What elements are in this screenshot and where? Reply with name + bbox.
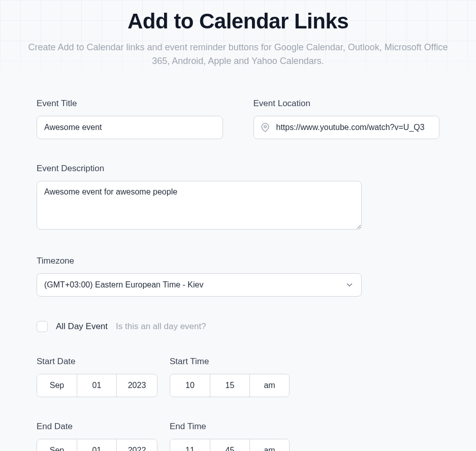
end-time-label: End Time xyxy=(170,422,290,432)
start-time-ampm[interactable]: am xyxy=(249,374,289,397)
end-time-hour[interactable]: 11 xyxy=(170,439,210,451)
all-day-label: All Day Event xyxy=(56,321,108,332)
end-time-minute[interactable]: 45 xyxy=(210,439,249,451)
event-location-input[interactable] xyxy=(253,116,440,139)
start-date-year[interactable]: 2023 xyxy=(116,374,157,397)
end-date-year[interactable]: 2022 xyxy=(116,439,157,451)
start-time-label: Start Time xyxy=(170,357,290,367)
page-title: Add to Calendar Links xyxy=(15,9,461,34)
timezone-select[interactable]: (GMT+03:00) Eastern European Time - Kiev xyxy=(37,273,362,297)
end-date-picker: Sep 01 2022 xyxy=(37,439,157,451)
end-time-ampm[interactable]: am xyxy=(249,439,289,451)
start-time-picker: 10 15 am xyxy=(170,374,290,397)
event-title-label: Event Title xyxy=(37,99,223,109)
start-date-picker: Sep 01 2023 xyxy=(37,374,157,397)
end-date-day[interactable]: 01 xyxy=(77,439,116,451)
event-description-label: Event Description xyxy=(37,164,439,174)
end-time-picker: 11 45 am xyxy=(170,439,290,451)
page-subtitle: Create Add to Calendar links and event r… xyxy=(22,41,454,68)
event-title-input[interactable] xyxy=(37,116,223,139)
start-date-month[interactable]: Sep xyxy=(37,374,77,397)
timezone-label: Timezone xyxy=(37,256,439,266)
chevron-down-icon xyxy=(345,280,354,289)
end-date-label: End Date xyxy=(37,422,157,432)
all-day-hint: Is this an all day event? xyxy=(116,321,206,332)
event-description-input[interactable] xyxy=(37,181,362,230)
location-pin-icon xyxy=(261,123,270,132)
start-date-label: Start Date xyxy=(37,357,157,367)
start-time-hour[interactable]: 10 xyxy=(170,374,210,397)
start-time-minute[interactable]: 15 xyxy=(210,374,249,397)
svg-point-0 xyxy=(264,125,266,128)
end-date-month[interactable]: Sep xyxy=(37,439,77,451)
all-day-checkbox[interactable] xyxy=(37,321,48,332)
event-location-label: Event Location xyxy=(253,99,440,109)
timezone-selected-text: (GMT+03:00) Eastern European Time - Kiev xyxy=(44,280,203,289)
start-date-day[interactable]: 01 xyxy=(77,374,116,397)
